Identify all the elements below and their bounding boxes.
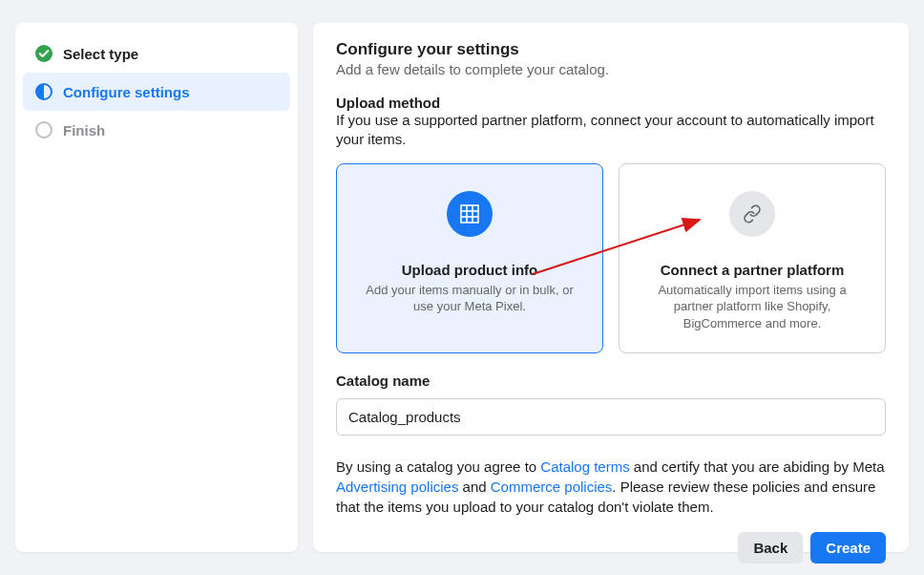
grid-icon bbox=[447, 191, 493, 237]
commerce-policies-link[interactable]: Commerce policies bbox=[491, 479, 613, 495]
step-label: Select type bbox=[63, 46, 138, 62]
svg-point-2 bbox=[36, 122, 52, 138]
empty-circle-icon bbox=[34, 120, 53, 139]
upload-method-options: Upload product info Add your items manua… bbox=[336, 163, 886, 354]
step-configure-settings[interactable]: Configure settings bbox=[23, 73, 290, 111]
catalog-name-input[interactable] bbox=[336, 398, 886, 436]
option-desc: Add your items manually or in bulk, or u… bbox=[362, 282, 578, 315]
stepper-sidebar: Select type Configure settings Finish bbox=[15, 23, 298, 552]
option-desc: Automatically import items using a partn… bbox=[644, 282, 860, 332]
option-title: Connect a partner platform bbox=[644, 262, 860, 278]
step-label: Configure settings bbox=[63, 84, 190, 100]
terms-text: By using a catalog you agree to Catalog … bbox=[336, 457, 886, 517]
option-title: Upload product info bbox=[362, 262, 578, 278]
checkmark-circle-icon bbox=[34, 44, 53, 63]
step-select-type[interactable]: Select type bbox=[23, 34, 290, 73]
svg-rect-5 bbox=[461, 205, 478, 223]
link-icon bbox=[729, 191, 775, 237]
step-finish[interactable]: Finish bbox=[23, 111, 290, 149]
page-subtitle: Add a few details to complete your catal… bbox=[336, 61, 886, 77]
option-upload-product-info[interactable]: Upload product info Add your items manua… bbox=[336, 163, 603, 354]
footer-actions: Back Create bbox=[336, 517, 886, 564]
half-circle-icon bbox=[34, 82, 53, 101]
catalog-name-label: Catalog name bbox=[336, 373, 886, 389]
create-button[interactable]: Create bbox=[810, 532, 886, 564]
upload-method-desc: If you use a supported partner platform,… bbox=[336, 111, 886, 150]
option-connect-partner-platform[interactable]: Connect a partner platform Automatically… bbox=[619, 163, 886, 354]
step-label: Finish bbox=[63, 122, 105, 138]
catalog-terms-link[interactable]: Catalog terms bbox=[540, 458, 629, 475]
back-button[interactable]: Back bbox=[738, 532, 803, 564]
page-title: Configure your settings bbox=[336, 40, 886, 59]
advertising-policies-link[interactable]: Advertising policies bbox=[336, 479, 458, 495]
upload-method-title: Upload method bbox=[336, 95, 886, 111]
main-panel: Configure your settings Add a few detail… bbox=[313, 23, 909, 552]
